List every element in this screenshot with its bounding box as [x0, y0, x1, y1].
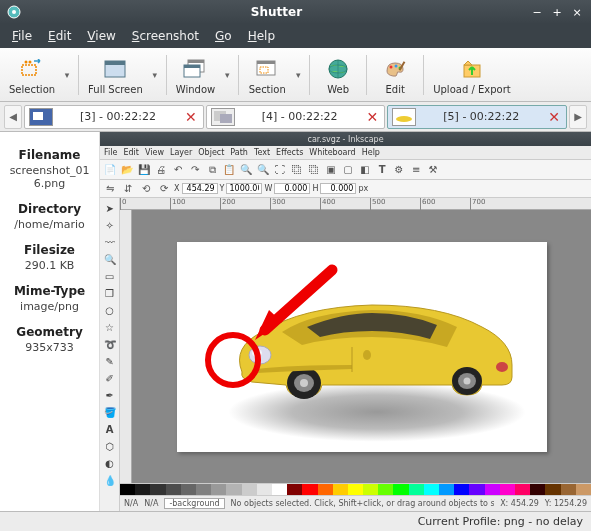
canvas [132, 210, 591, 483]
separator [309, 55, 310, 95]
directory-value: /home/mario [8, 218, 91, 231]
upload-label: Upload / Export [433, 84, 511, 95]
tab-prev-button[interactable]: ◀ [4, 105, 22, 129]
ungroup-icon: ▢ [340, 162, 356, 178]
edit-button[interactable]: Edit [371, 51, 419, 99]
palette-swatch [135, 484, 150, 495]
menu-file[interactable]: File [4, 26, 40, 46]
fullscreen-label: Full Screen [88, 84, 143, 95]
ink-menu-item: Path [230, 148, 248, 157]
x-label: X [174, 184, 179, 193]
palette-swatch [576, 484, 591, 495]
ruler-tick: 200 [220, 198, 235, 210]
y-input [226, 183, 262, 194]
separator [423, 55, 424, 95]
minimize-button[interactable]: − [529, 4, 545, 20]
tab-3[interactable]: [3] - 00:22:22 ✕ [24, 105, 204, 129]
selection-dropdown[interactable]: ▾ [60, 51, 74, 99]
palette-swatch [120, 484, 135, 495]
tab-next-button[interactable]: ▶ [569, 105, 587, 129]
palette-swatch [166, 484, 181, 495]
details-sidebar: Filename screenshot_016.png Directory /h… [0, 132, 100, 511]
ink-menu-item: View [145, 148, 164, 157]
window-button[interactable]: Window [171, 51, 220, 99]
ruler-tick: 100 [170, 198, 185, 210]
y-label: Y [220, 184, 225, 193]
palette-swatch [561, 484, 576, 495]
ink-menu-item: Effects [276, 148, 303, 157]
svg-point-28 [396, 116, 412, 122]
ink-menu-item: Text [254, 148, 270, 157]
palette-swatch [363, 484, 378, 495]
paste-icon: 📋 [221, 162, 237, 178]
palette-swatch [409, 484, 424, 495]
globe-icon [327, 55, 349, 83]
xml-icon: ⚙ [391, 162, 407, 178]
inkscape-canvas-area: 0100200300400500600700 [120, 198, 591, 511]
svg-point-31 [300, 379, 308, 387]
rect-icon: ▭ [102, 268, 118, 284]
svg-rect-12 [257, 61, 275, 64]
menu-go[interactable]: Go [207, 26, 240, 46]
separator [166, 55, 167, 95]
fullscreen-button[interactable]: Full Screen [83, 51, 148, 99]
maximize-button[interactable]: + [549, 4, 565, 20]
menu-screenshot[interactable]: Screenshot [124, 26, 207, 46]
fullscreen-dropdown[interactable]: ▾ [148, 51, 162, 99]
palette-swatch [302, 484, 317, 495]
text-icon: T [374, 162, 390, 178]
fullscreen-icon [103, 55, 127, 83]
palette-swatch [181, 484, 196, 495]
svg-point-1 [12, 10, 16, 14]
tab-close-icon[interactable]: ✕ [546, 109, 562, 125]
h-label: H [312, 184, 318, 193]
window-dropdown[interactable]: ▾ [220, 51, 234, 99]
close-button[interactable]: × [569, 4, 585, 20]
tab-thumbnail [211, 108, 235, 126]
palette-swatch [333, 484, 348, 495]
bucket-icon: 🪣 [102, 404, 118, 420]
undo-icon: ↶ [170, 162, 186, 178]
menu-help[interactable]: Help [240, 26, 283, 46]
tab-4[interactable]: [4] - 00:22:22 ✕ [206, 105, 386, 129]
upload-button[interactable]: Upload / Export [428, 51, 516, 99]
section-dropdown[interactable]: ▾ [291, 51, 305, 99]
palette-swatch [257, 484, 272, 495]
section-button[interactable]: Section [243, 51, 291, 99]
web-button[interactable]: Web [314, 51, 362, 99]
prefs-icon: ⚒ [425, 162, 441, 178]
tweak-icon: 〰 [102, 234, 118, 250]
palette-swatch [226, 484, 241, 495]
ruler-vertical [120, 210, 132, 483]
menu-view[interactable]: View [79, 26, 123, 46]
tab-label: [5] - 00:22:22 [420, 110, 542, 123]
ruler-tick: 0 [120, 198, 126, 210]
selection-button[interactable]: Selection [4, 51, 60, 99]
palette-swatch [272, 484, 287, 495]
tab-5[interactable]: [5] - 00:22:22 ✕ [387, 105, 567, 129]
h-input [320, 183, 356, 194]
zoom-icon: 🔍 [102, 251, 118, 267]
menu-edit[interactable]: Edit [40, 26, 79, 46]
main-toolbar: Selection ▾ Full Screen ▾ Window ▾ Secti… [0, 48, 591, 102]
ruler-tick: 500 [370, 198, 385, 210]
zoom-out-icon: 🔍 [255, 162, 271, 178]
palette-swatch [454, 484, 469, 495]
svg-rect-10 [184, 65, 200, 68]
tab-close-icon[interactable]: ✕ [183, 109, 199, 125]
color-palette [120, 483, 591, 495]
palette-swatch [150, 484, 165, 495]
palette-swatch [485, 484, 500, 495]
tab-label: [4] - 00:22:22 [239, 110, 361, 123]
tab-close-icon[interactable]: ✕ [365, 109, 381, 125]
svg-point-17 [390, 65, 393, 68]
x-input [182, 183, 218, 194]
svg-point-4 [29, 60, 32, 63]
palette-swatch [469, 484, 484, 495]
inkscape-menubar: File Edit View Layer Object Path Text Ef… [100, 146, 591, 160]
svg-rect-26 [220, 114, 232, 123]
flip-v-icon: ⇵ [120, 181, 136, 197]
palette-swatch [318, 484, 333, 495]
window-title: Shutter [28, 5, 525, 19]
palette-swatch [530, 484, 545, 495]
